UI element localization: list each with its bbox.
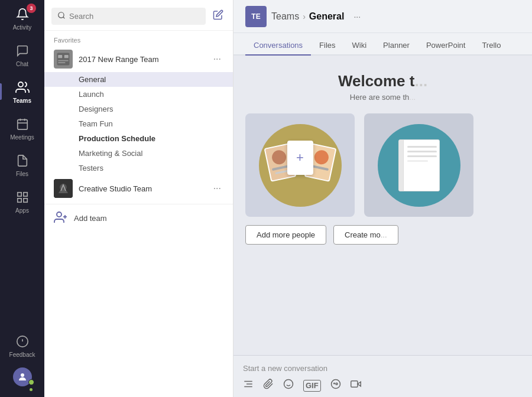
chat-icon — [14, 43, 31, 59]
user-avatar-wrap[interactable] — [0, 367, 44, 392]
channel-name-teamfun: Team Fun — [79, 119, 113, 128]
channel-item-designers[interactable]: Designers — [44, 102, 233, 116]
create-more-button[interactable]: Create mo... — [333, 225, 398, 245]
channel-name-general: General — [79, 75, 106, 84]
notebook-icon — [398, 139, 440, 191]
svg-point-24 — [57, 212, 61, 217]
apps-icon — [14, 189, 31, 206]
search-input[interactable] — [69, 12, 200, 21]
channel-name-designers: Designers — [79, 105, 113, 113]
sidebar-header — [44, 0, 233, 31]
chat-bar: Start a new conversation GIF — [233, 355, 532, 397]
breadcrumb-separator: › — [303, 12, 306, 21]
svg-line-14 — [63, 17, 65, 19]
feedback-icon — [14, 333, 31, 350]
gif-tool[interactable]: GIF — [303, 380, 321, 392]
team-more-2017[interactable]: ··· — [211, 53, 223, 66]
sidebar: Favorites 2017 New Range Team ··· Genera… — [44, 0, 233, 397]
svg-rect-16 — [57, 53, 70, 66]
chat-label: Chat — [16, 61, 28, 67]
svg-rect-1 — [17, 120, 27, 130]
welcome-subtitle: Here are some th... — [251, 93, 514, 102]
search-box[interactable] — [51, 8, 206, 25]
svg-rect-20 — [58, 62, 65, 63]
svg-point-13 — [59, 12, 64, 18]
tab-wiki[interactable]: Wiki — [344, 36, 375, 56]
svg-rect-5 — [17, 193, 21, 196]
action-buttons-row: Add more people Create mo... — [233, 223, 532, 254]
channel-name-marketing: Marketing & Social — [79, 149, 142, 158]
video-tool[interactable] — [351, 379, 361, 392]
channel-item-teamfun[interactable]: Team Fun — [44, 116, 233, 131]
team-more-creative[interactable]: ··· — [211, 182, 223, 195]
channel-item-testers[interactable]: Testers — [44, 161, 233, 175]
tab-conversations[interactable]: Conversations — [245, 36, 311, 56]
team-avatar-2017 — [54, 50, 73, 69]
welcome-section: Welcome t... Here are some th... — [233, 56, 532, 108]
feedback-label: Feedback — [9, 352, 35, 358]
add-people-button[interactable]: Add more people — [245, 225, 326, 245]
people-circle: + — [259, 124, 342, 207]
files-label: Files — [16, 171, 28, 177]
svg-rect-18 — [64, 55, 69, 58]
svg-point-29 — [284, 380, 293, 389]
emoji-tool[interactable] — [283, 379, 294, 392]
nav-item-apps[interactable]: Apps — [0, 183, 44, 220]
channel-name-testers: Testers — [79, 164, 103, 173]
cards-row: + — [233, 108, 532, 223]
team-name-2017: 2017 New Range Team — [79, 55, 211, 64]
breadcrumb-channel: General — [309, 11, 345, 22]
nav-item-activity[interactable]: 3 Activity — [0, 0, 44, 37]
format-tool[interactable] — [243, 379, 254, 392]
breadcrumb: Teams › General — [271, 11, 344, 22]
files-icon — [14, 152, 31, 169]
channel-item-general[interactable]: General — [44, 72, 233, 87]
svg-marker-32 — [358, 382, 361, 386]
channel-item-launch[interactable]: Launch — [44, 87, 233, 102]
channel-item-marketing[interactable]: Marketing & Social — [44, 146, 233, 161]
nav-item-meetings[interactable]: Meetings — [0, 110, 44, 147]
nav-item-chat[interactable]: Chat — [0, 37, 44, 73]
user-avatar — [13, 367, 32, 386]
apps-label: Apps — [15, 207, 29, 214]
notebook-circle — [378, 124, 460, 207]
attach-tool[interactable] — [263, 379, 274, 392]
sidebar-content: Favorites 2017 New Range Team ··· Genera… — [44, 31, 233, 397]
team-name-creative: Creative Studio Team — [79, 184, 211, 193]
svg-rect-6 — [23, 193, 27, 196]
nav-item-teams[interactable]: Teams — [0, 73, 44, 110]
svg-rect-19 — [58, 60, 69, 61]
tab-trello[interactable]: Trello — [473, 36, 509, 56]
breadcrumb-team: Teams — [271, 11, 299, 22]
svg-rect-33 — [351, 381, 357, 388]
channel-name-production: Production Schedule — [79, 134, 155, 143]
card-people: + — [245, 113, 355, 217]
meetings-icon — [14, 116, 31, 132]
favorites-section-label: Favorites — [44, 31, 233, 46]
main-content: TE Teams › General ··· Conversations Fil… — [233, 0, 532, 397]
person-card-center: + — [287, 141, 313, 175]
chat-placeholder[interactable]: Start a new conversation — [243, 360, 523, 379]
compose-button[interactable] — [210, 7, 226, 25]
tab-planner[interactable]: Planner — [375, 36, 418, 56]
activity-label: Activity — [13, 24, 32, 31]
left-navigation: 3 Activity Chat Teams — [0, 0, 44, 397]
channel-tabs: Conversations Files Wiki Planner PowerPo… — [233, 33, 532, 56]
sticker-tool[interactable] — [330, 379, 341, 392]
nav-item-files[interactable]: Files — [0, 147, 44, 183]
team-item-creative[interactable]: Creative Studio Team ··· — [44, 175, 233, 201]
team-logo: TE — [245, 6, 267, 27]
svg-point-0 — [18, 82, 23, 87]
tab-powerpoint[interactable]: PowerPoint — [418, 36, 473, 56]
channel-item-production[interactable]: Production Schedule — [44, 131, 233, 146]
team-item-2017[interactable]: 2017 New Range Team ··· — [44, 46, 233, 72]
nav-item-feedback[interactable]: Feedback — [0, 327, 44, 364]
teams-label: Teams — [13, 97, 31, 104]
tab-files[interactable]: Files — [311, 36, 343, 56]
svg-rect-7 — [17, 198, 21, 202]
add-team-button[interactable]: Add team — [44, 204, 233, 232]
channel-more-button[interactable]: ··· — [353, 12, 361, 21]
teams-icon — [14, 79, 31, 96]
svg-point-12 — [21, 373, 24, 377]
main-body: Welcome t... Here are some th... + — [233, 56, 532, 397]
